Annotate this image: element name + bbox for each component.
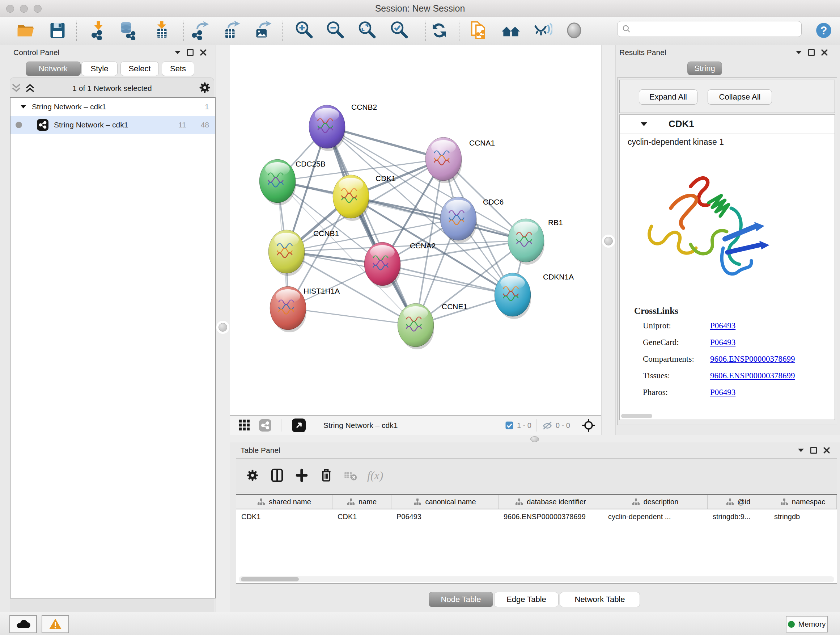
table-cell[interactable]: P06493 — [392, 509, 499, 524]
help-button[interactable]: ? — [813, 20, 834, 41]
right-splitter[interactable] — [601, 45, 616, 440]
zoom-selected-button[interactable] — [389, 20, 410, 41]
crosslink-value-link[interactable]: P06493 — [710, 338, 736, 347]
tab-network[interactable]: Network — [26, 62, 81, 76]
panel-menu-icon[interactable] — [175, 51, 180, 54]
crosslink-value-link[interactable]: P06493 — [710, 388, 736, 397]
right-splitter-handle[interactable] — [604, 237, 613, 245]
crosslink-value-link[interactable]: 9606.ENSP00000378699 — [710, 355, 795, 364]
close-panel-icon[interactable] — [200, 49, 207, 56]
column-header-0[interactable]: shared name — [236, 495, 332, 509]
search-field[interactable] — [617, 21, 802, 37]
warnings-button[interactable] — [42, 615, 69, 633]
gene-header[interactable]: CDK1 — [620, 115, 835, 134]
hide-glasses-button[interactable] — [532, 20, 553, 41]
table-cell[interactable]: cyclin-dependent ... — [603, 509, 707, 524]
export-image-button[interactable] — [252, 20, 273, 41]
search-input[interactable] — [631, 24, 792, 34]
scrollbar-thumb[interactable] — [241, 577, 299, 581]
tab-edge-table[interactable]: Edge Table — [494, 592, 559, 607]
table-horizontal-scrollbar[interactable] — [239, 576, 834, 582]
expand-all-button[interactable]: Expand All — [639, 89, 698, 105]
network-edge[interactable] — [382, 264, 513, 295]
tab-network-table[interactable]: Network Table — [560, 592, 640, 607]
column-header-3[interactable]: database identifier — [499, 495, 603, 509]
string-home-button[interactable] — [500, 20, 521, 41]
table-cell[interactable]: CDK1 — [332, 509, 392, 524]
column-header-4[interactable]: description — [603, 495, 707, 509]
tab-node-table[interactable]: Node Table — [429, 592, 493, 607]
column-header-2[interactable]: canonical name — [392, 495, 499, 509]
table-cell[interactable]: stringdb — [769, 509, 837, 524]
column-header-1[interactable]: name — [332, 495, 392, 509]
network-node-hist1h1a[interactable]: HIST1H1A — [270, 287, 340, 333]
table-cell[interactable]: 9606.ENSP00000378699 — [499, 509, 603, 524]
export-table-button[interactable] — [220, 20, 241, 41]
import-network-file-button[interactable] — [88, 20, 109, 41]
zoom-out-button[interactable] — [325, 20, 346, 41]
float-panel-icon[interactable] — [810, 447, 817, 454]
expand-all-networks-button[interactable] — [25, 83, 35, 94]
tree-expander-icon[interactable] — [21, 105, 26, 109]
column-header-5[interactable]: @id — [707, 495, 769, 509]
section-expander-icon[interactable] — [641, 122, 647, 126]
table-cell[interactable]: CDK1 — [236, 509, 332, 524]
share-session-button[interactable] — [468, 20, 489, 41]
tab-select[interactable]: Select — [120, 62, 159, 76]
network-node-ccne1[interactable]: CCNE1 — [398, 302, 467, 349]
network-graph[interactable]: CCNB2CCNA1CDC25BCDK1CDC6RB1CCNB1CCNA2CDK… — [230, 45, 601, 415]
close-panel-icon[interactable] — [821, 49, 828, 56]
graphics-detail-button[interactable] — [564, 20, 584, 41]
open-session-button[interactable] — [15, 20, 36, 41]
import-network-database-button[interactable] — [118, 20, 139, 41]
show-columns-icon[interactable] — [270, 468, 285, 483]
table-row[interactable]: CDK1CDK1P064939606.ENSP00000378699cyclin… — [236, 509, 837, 524]
grid-view-icon[interactable] — [238, 419, 251, 432]
network-edge[interactable] — [288, 308, 416, 325]
panel-menu-icon[interactable] — [798, 448, 804, 452]
import-table-file-button[interactable] — [151, 20, 172, 41]
left-splitter-handle[interactable] — [218, 323, 227, 332]
save-session-button[interactable] — [47, 20, 68, 41]
string-badge-gray-icon[interactable] — [259, 419, 272, 432]
fit-content-button[interactable] — [357, 20, 378, 41]
tab-sets[interactable]: Sets — [162, 62, 194, 76]
network-node-ccna2[interactable]: CCNA2 — [364, 241, 436, 288]
memory-button[interactable]: Memory — [786, 616, 828, 632]
network-node-ccnb2[interactable]: CCNB2 — [309, 103, 377, 151]
cloud-status-button[interactable] — [9, 615, 37, 633]
horizontal-splitter-handle[interactable] — [531, 436, 539, 442]
open-in-window-icon[interactable] — [292, 418, 306, 432]
network-options-gear-icon[interactable] — [197, 80, 212, 96]
refresh-view-button[interactable] — [429, 20, 450, 41]
network-collection-row[interactable]: String Network – cdk1 1 — [11, 98, 215, 116]
selected-checkbox-icon[interactable] — [505, 421, 513, 429]
network-edge[interactable] — [327, 127, 416, 325]
add-column-icon[interactable] — [294, 468, 309, 483]
results-scrollbar-thumb[interactable] — [621, 414, 652, 418]
float-panel-icon[interactable] — [808, 49, 815, 56]
network-row-selected[interactable]: String Network – cdk1 11 48 — [11, 116, 215, 134]
export-network-button[interactable] — [189, 20, 210, 41]
birdseye-icon[interactable] — [581, 418, 596, 432]
table-cell[interactable]: stringdb:9... — [707, 509, 769, 524]
network-canvas[interactable]: CCNB2CCNA1CDC25BCDK1CDC6RB1CCNB1CCNA2CDK… — [229, 45, 601, 416]
panel-menu-icon[interactable] — [796, 51, 802, 54]
crosslink-value-link[interactable]: 9606.ENSP00000378699 — [710, 371, 795, 380]
zoom-in-button[interactable] — [294, 20, 315, 41]
left-splitter[interactable] — [216, 45, 230, 612]
crosslink-value-link[interactable]: P06493 — [710, 321, 736, 331]
collapse-all-button[interactable]: Collapse All — [707, 89, 772, 105]
network-node-cdc6[interactable]: CDC6 — [440, 197, 504, 243]
tab-style[interactable]: Style — [81, 62, 118, 76]
network-node-cdk1[interactable]: CDK1 — [333, 174, 396, 221]
float-panel-icon[interactable] — [187, 49, 194, 56]
delete-column-icon[interactable] — [319, 468, 334, 483]
tab-string[interactable]: String — [687, 62, 722, 75]
network-node-cdc25b[interactable]: CDC25B — [259, 159, 325, 205]
column-header-6[interactable]: namespac — [769, 495, 837, 509]
hidden-eye-icon[interactable] — [542, 421, 553, 430]
collapse-all-networks-button[interactable] — [11, 83, 22, 94]
table-settings-gear-icon[interactable] — [245, 468, 260, 483]
network-node-cdkn1a[interactable]: CDKN1A — [494, 272, 574, 319]
